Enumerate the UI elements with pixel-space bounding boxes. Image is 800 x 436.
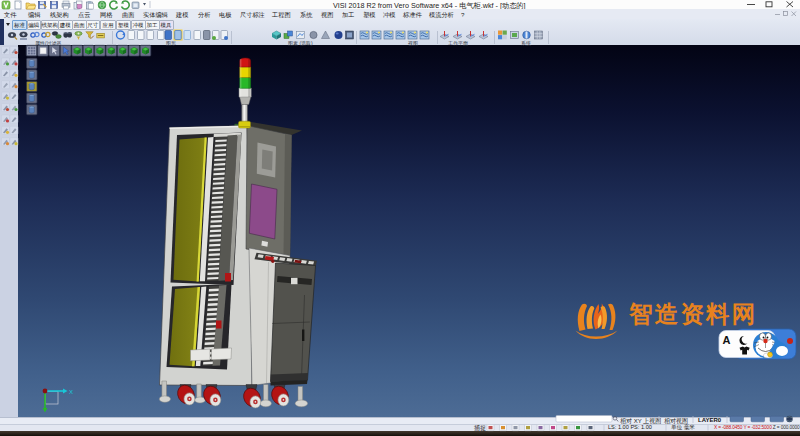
svg-text:A: A: [723, 334, 731, 346]
svg-text:X: X: [69, 389, 73, 395]
svg-text:智造资料网: 智造资料网: [628, 301, 758, 327]
